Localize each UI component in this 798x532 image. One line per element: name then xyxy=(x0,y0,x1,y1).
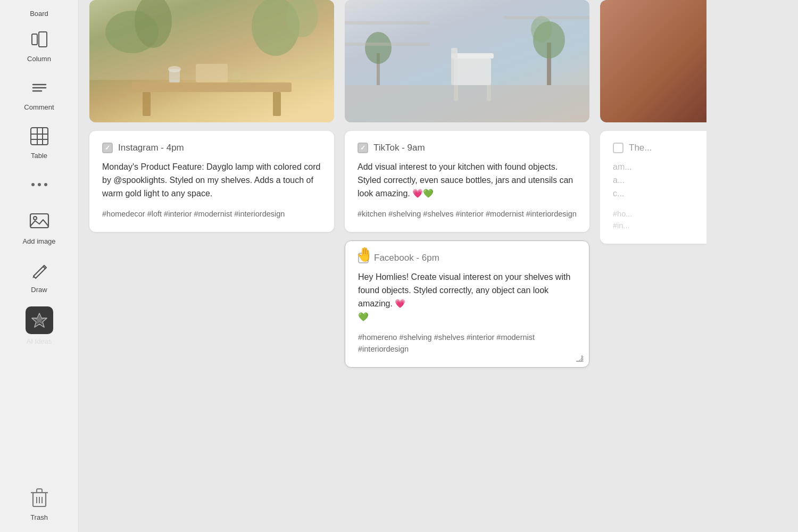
svg-rect-45 xyxy=(345,21,430,24)
sidebar-item-add-image[interactable]: Add image xyxy=(10,204,69,251)
svg-rect-47 xyxy=(504,16,589,19)
svg-rect-0 xyxy=(32,34,37,45)
card-column-3: The... am...a...c... #ho...#in... xyxy=(600,0,706,532)
facebook-body: Hey Homlies! Create visual interest on y… xyxy=(358,271,576,323)
tiktok-image-card xyxy=(345,0,589,122)
tiktok-body: Add visual interest to your kitchen with… xyxy=(358,161,577,200)
facebook-tags: #homereno #shelving #shelves #interior #… xyxy=(358,332,576,355)
more-icon xyxy=(27,172,52,197)
svg-rect-28 xyxy=(273,92,281,116)
checkmark-icon: ✓ xyxy=(105,144,110,152)
add-image-icon xyxy=(27,210,52,234)
tiktok-tags: #kitchen #shelving #shelves #interior #m… xyxy=(358,209,577,220)
comment-icon xyxy=(27,76,52,100)
cards-area: ✓ Instagram - 4pm Monday's Product Featu… xyxy=(79,0,798,532)
draw-label: Draw xyxy=(31,286,47,294)
board-label: Board xyxy=(30,5,48,20)
table-icon xyxy=(27,124,52,148)
svg-rect-36 xyxy=(454,59,491,85)
facebook-card-header: 🤚 Facebook - 6pm xyxy=(358,253,576,263)
trash-icon xyxy=(27,486,52,510)
partial-text-card: The... am...a...c... #ho...#in... xyxy=(600,131,706,244)
svg-rect-33 xyxy=(89,0,334,80)
sidebar: Board Column Comment xyxy=(0,0,79,532)
sidebar-item-column[interactable]: Column xyxy=(10,22,69,68)
column-label: Column xyxy=(27,55,51,63)
hand-cursor-icon: 🤚 xyxy=(356,246,373,263)
tiktok-text-card: ✓ TikTok - 9am Add visual interest to yo… xyxy=(345,131,589,232)
svg-rect-39 xyxy=(451,48,458,85)
main-content: ✓ Instagram - 4pm Monday's Product Featu… xyxy=(79,0,798,532)
partial-body: am...a...c... xyxy=(613,161,694,200)
column-icon xyxy=(27,27,52,52)
sidebar-item-trash[interactable]: Trash xyxy=(10,480,69,527)
instagram-platform: Instagram - 4pm xyxy=(118,143,184,153)
svg-rect-13 xyxy=(30,214,48,228)
partial-card-header: The... xyxy=(613,143,694,153)
card-column-1: ✓ Instagram - 4pm Monday's Product Featu… xyxy=(89,0,334,532)
tiktok-card-header: ✓ TikTok - 9am xyxy=(358,143,577,153)
svg-rect-38 xyxy=(487,85,491,101)
sidebar-item-ai-ideas[interactable]: AI Ideas xyxy=(10,301,69,351)
comment-label: Comment xyxy=(24,103,54,111)
svg-rect-46 xyxy=(345,43,430,46)
svg-point-11 xyxy=(38,183,41,186)
facebook-checkbox[interactable]: 🤚 xyxy=(358,253,369,263)
trash-label: Trash xyxy=(30,513,48,521)
facebook-platform: Facebook - 6pm xyxy=(374,253,439,263)
resize-handle[interactable] xyxy=(577,355,586,364)
table-label: Table xyxy=(31,152,47,160)
svg-point-44 xyxy=(365,32,392,64)
sidebar-item-more[interactable] xyxy=(10,167,69,202)
svg-rect-1 xyxy=(39,32,47,47)
draw-icon xyxy=(27,258,52,282)
partial-checkbox[interactable] xyxy=(613,143,624,153)
svg-point-14 xyxy=(34,217,37,220)
svg-point-12 xyxy=(44,183,47,186)
sidebar-item-comment[interactable]: Comment xyxy=(10,70,69,117)
add-image-label: Add image xyxy=(22,237,55,245)
card-column-2: ✓ TikTok - 9am Add visual interest to yo… xyxy=(345,0,589,532)
instagram-text-card: ✓ Instagram - 4pm Monday's Product Featu… xyxy=(89,131,334,232)
svg-rect-5 xyxy=(31,128,48,145)
svg-point-42 xyxy=(531,16,552,43)
svg-rect-34 xyxy=(345,85,589,122)
partial-tags: #ho...#in... xyxy=(613,209,694,232)
ai-ideas-label: AI Ideas xyxy=(27,337,52,345)
svg-rect-26 xyxy=(132,82,292,92)
sidebar-item-draw[interactable]: Draw xyxy=(10,253,69,299)
tiktok-platform: TikTok - 9am xyxy=(373,143,425,153)
partial-platform: The... xyxy=(629,143,652,153)
facebook-text-card: 🤚 Facebook - 6pm Hey Homlies! Create vis… xyxy=(345,240,589,368)
svg-point-10 xyxy=(31,183,35,186)
svg-rect-37 xyxy=(454,85,458,101)
ai-ideas-icon xyxy=(26,306,53,334)
sidebar-item-table[interactable]: Table xyxy=(10,119,69,165)
svg-rect-27 xyxy=(143,92,151,116)
tiktok-checkmark-icon: ✓ xyxy=(360,144,365,152)
instagram-card-header: ✓ Instagram - 4pm xyxy=(102,143,321,153)
instagram-image-card xyxy=(89,0,334,122)
instagram-body: Monday's Product Feature: Dayglo lamp wi… xyxy=(102,161,321,200)
svg-line-50 xyxy=(583,361,584,362)
instagram-tags: #homedecor #loft #interior #modernist #i… xyxy=(102,209,321,220)
tiktok-checkbox[interactable]: ✓ xyxy=(358,143,368,153)
instagram-checkbox[interactable]: ✓ xyxy=(102,143,113,153)
partial-image-card xyxy=(600,0,706,122)
